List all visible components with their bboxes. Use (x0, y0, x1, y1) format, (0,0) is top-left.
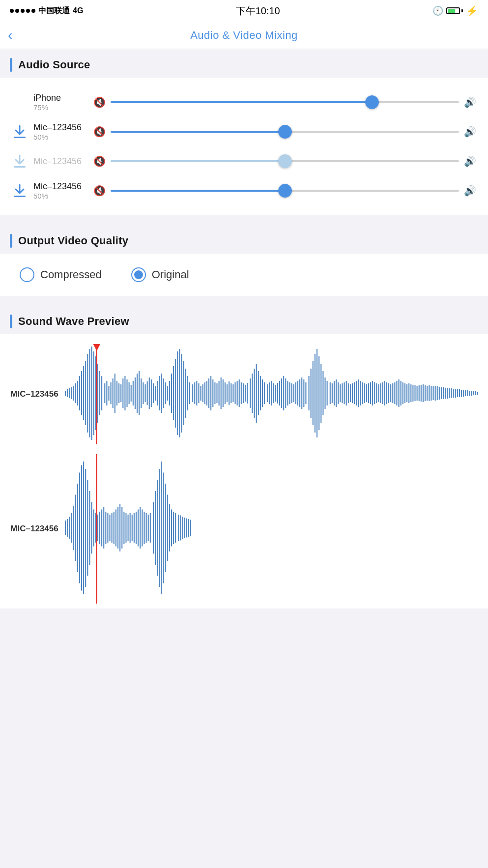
svg-rect-259 (171, 510, 172, 547)
iphone-slider-thumb[interactable] (365, 95, 379, 109)
mic1-slider[interactable] (111, 124, 459, 139)
playhead-1 (96, 344, 97, 444)
svg-rect-169 (406, 384, 407, 402)
svg-rect-102 (269, 382, 270, 404)
mic1-slider-fill (111, 131, 285, 133)
mic1-pct: 50% (33, 133, 87, 141)
svg-rect-236 (123, 512, 124, 544)
svg-rect-177 (423, 384, 424, 402)
svg-rect-83 (229, 381, 230, 405)
svg-rect-25 (111, 382, 112, 404)
iphone-slider[interactable] (111, 95, 459, 110)
nav-title: Audio & Video Mixing (190, 29, 298, 42)
svg-rect-19 (97, 364, 98, 423)
svg-rect-71 (204, 382, 205, 404)
svg-rect-134 (336, 379, 337, 407)
svg-rect-81 (225, 382, 226, 404)
audio-row-iphone: iPhone 75% 🔇 🔊 (0, 87, 488, 117)
mic3-slider-thumb[interactable] (278, 184, 292, 198)
svg-rect-249 (150, 513, 151, 543)
battery-fill (448, 9, 455, 13)
svg-rect-188 (445, 388, 446, 399)
svg-rect-7 (73, 386, 74, 401)
svg-rect-145 (358, 379, 359, 407)
mic1-slider-track (111, 131, 459, 133)
svg-rect-29 (118, 383, 119, 403)
svg-rect-148 (364, 383, 365, 403)
svg-rect-115 (295, 382, 296, 404)
sound-wave-title: Sound Wave Preview (18, 315, 129, 328)
mic3-vol-min-icon: 🔇 (93, 185, 106, 197)
iphone-slider-row: 🔇 🔊 (93, 95, 476, 110)
svg-rect-88 (239, 379, 240, 407)
svg-rect-170 (408, 383, 409, 403)
svg-rect-266 (186, 519, 187, 538)
mic3-name: Mic–123456 (33, 181, 87, 192)
svg-rect-24 (108, 386, 109, 401)
svg-rect-213 (77, 484, 78, 572)
radio-circle-original[interactable] (131, 267, 146, 282)
svg-rect-204 (477, 392, 478, 395)
svg-rect-167 (402, 382, 403, 404)
signal-dot-4 (26, 9, 30, 13)
playhead-arrow-1 (93, 344, 100, 347)
mic3-slider[interactable] (111, 183, 459, 198)
svg-rect-194 (457, 389, 458, 397)
signal-dots (10, 9, 35, 13)
svg-rect-186 (441, 387, 442, 399)
svg-rect-153 (374, 382, 375, 404)
lightning-icon: ⚡ (466, 5, 478, 17)
svg-rect-172 (412, 385, 413, 402)
svg-rect-74 (210, 376, 211, 410)
svg-rect-220 (91, 502, 92, 554)
back-button[interactable]: ‹ (8, 29, 12, 42)
svg-rect-94 (252, 374, 253, 413)
battery-body (446, 7, 460, 14)
audio-row-mic3: Mic–123456 50% 🔇 🔊 (0, 176, 488, 205)
svg-rect-142 (352, 383, 353, 403)
radio-original[interactable]: Original (131, 267, 189, 282)
mic3-slider-track (111, 190, 459, 192)
svg-rect-67 (196, 381, 197, 405)
svg-rect-84 (230, 383, 231, 403)
svg-rect-209 (69, 517, 70, 539)
radio-compressed[interactable]: Compressed (20, 267, 102, 282)
mic2-slider-fill (111, 160, 285, 162)
mic2-slider-thumb[interactable] (278, 154, 292, 168)
svg-rect-154 (376, 383, 377, 403)
radio-circle-compressed[interactable] (20, 267, 34, 282)
mic2-slider[interactable] (111, 154, 459, 169)
svg-rect-211 (73, 506, 74, 550)
svg-rect-47 (155, 386, 156, 401)
signal-dot-5 (31, 9, 35, 13)
svg-rect-251 (155, 491, 156, 565)
svg-rect-166 (401, 381, 402, 405)
mic1-name: Mic–123456 (33, 122, 87, 133)
svg-rect-1 (14, 166, 26, 168)
gap-1 (0, 215, 488, 225)
svg-rect-41 (143, 382, 144, 404)
svg-rect-97 (258, 371, 259, 415)
svg-rect-116 (297, 381, 298, 405)
svg-rect-196 (461, 390, 462, 397)
svg-rect-264 (182, 517, 183, 539)
svg-rect-144 (356, 381, 357, 405)
svg-rect-139 (346, 381, 347, 405)
svg-rect-252 (157, 480, 158, 576)
svg-rect-237 (125, 513, 126, 543)
svg-rect-93 (250, 378, 251, 408)
svg-rect-155 (378, 384, 379, 402)
svg-rect-63 (187, 376, 188, 410)
svg-rect-208 (67, 519, 68, 537)
svg-rect-174 (417, 386, 418, 401)
svg-rect-247 (146, 513, 147, 543)
mic1-slider-thumb[interactable] (278, 125, 292, 139)
svg-rect-263 (180, 516, 181, 541)
svg-rect-262 (178, 515, 179, 541)
svg-rect-225 (101, 510, 102, 547)
svg-rect-141 (350, 384, 351, 402)
svg-rect-214 (79, 473, 80, 583)
svg-rect-161 (390, 384, 391, 402)
svg-rect-4 (67, 389, 68, 397)
svg-rect-53 (167, 386, 168, 401)
